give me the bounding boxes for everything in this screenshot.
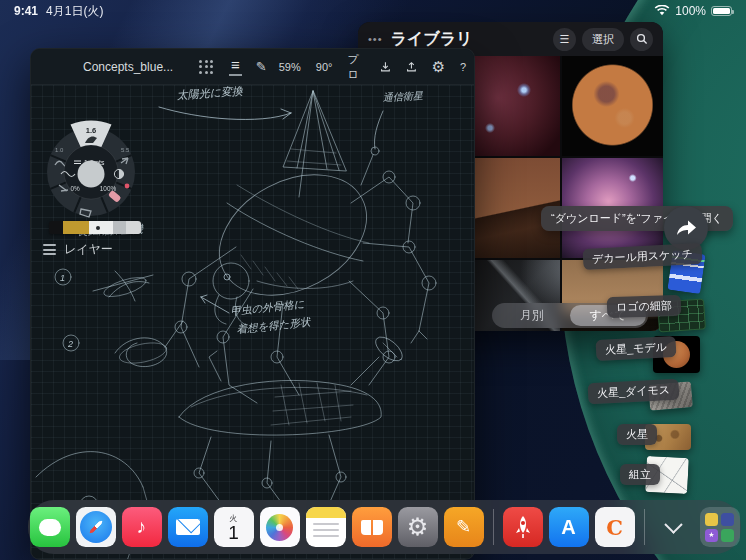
- sketch-pen-app-icon[interactable]: ✎: [444, 507, 484, 547]
- select-button[interactable]: 選択: [582, 28, 624, 51]
- rocket-icon: [512, 515, 534, 539]
- envelope-icon: [176, 519, 200, 535]
- compass-icon: [80, 511, 112, 543]
- color-palette-bar[interactable]: [49, 221, 141, 234]
- notes-lines: [306, 518, 346, 542]
- notes-header-stripe: [306, 507, 346, 518]
- eraser-accent-dot: [125, 184, 130, 189]
- open-book-icon: [361, 520, 383, 535]
- status-bar: 9:41 4月1日(火) 100%: [0, 0, 746, 22]
- dock: ♪ 火 1 ⚙ ✎ A C ★: [28, 500, 741, 554]
- drag-item-label[interactable]: 火星: [617, 424, 657, 445]
- drawing-canvas[interactable]: 太陽光に変換 通信衛星 長距離探査機 甲虫の外骨格に 着想を得た形状 1 2: [31, 85, 475, 560]
- drag-item-label[interactable]: 火星_モデル: [596, 336, 677, 361]
- rocket-app-icon[interactable]: [503, 507, 543, 547]
- wifi-icon: [654, 5, 670, 17]
- pen-nib-icon[interactable]: ✎: [256, 59, 267, 74]
- help-icon[interactable]: ?: [460, 61, 466, 73]
- opacity-max-label: 100%: [100, 185, 117, 192]
- speech-bubble-icon: [39, 519, 61, 536]
- palette-swatch-white-selected[interactable]: [89, 221, 113, 234]
- annotation-marker-1: 1: [60, 273, 65, 283]
- chevron-down-icon[interactable]: [654, 507, 694, 547]
- palette-swatch-gray[interactable]: [113, 221, 126, 234]
- notes-app-icon[interactable]: [306, 507, 346, 547]
- mail-app-icon[interactable]: [168, 507, 208, 547]
- opacity-min-label: 0%: [70, 185, 80, 192]
- music-note-icon: ♪: [137, 516, 147, 538]
- segment-monthly[interactable]: 月別: [494, 305, 570, 326]
- settings-gear-icon[interactable]: ⚙: [432, 58, 445, 76]
- annotation-beetle-2: 着想を得た形状: [236, 315, 312, 335]
- palette-swatch-gold[interactable]: [63, 221, 89, 234]
- battery-icon: [711, 6, 732, 16]
- import-icon[interactable]: [380, 60, 391, 74]
- flower-icon: [266, 514, 293, 541]
- menu-lines-icon[interactable]: ≡: [229, 58, 242, 76]
- annotation-satellite: 通信衛星: [383, 90, 425, 103]
- drag-item-label[interactable]: 組立: [620, 464, 660, 485]
- palette-swatch-lightgray[interactable]: [126, 221, 141, 234]
- concepts-toolbar: Concepts_blue... ≡ ✎ 59% 90° プロ ⚙ ?: [31, 49, 474, 85]
- annotation-beetle-1: 甲虫の外骨格に: [230, 297, 305, 317]
- search-icon[interactable]: [630, 28, 653, 51]
- concepts-app-window[interactable]: Concepts_blue... ≡ ✎ 59% 90° プロ ⚙ ?: [30, 48, 475, 560]
- photos-title: ライブラリ: [391, 29, 473, 50]
- layers-icon: [43, 244, 56, 255]
- concepts-c-icon: C: [606, 515, 623, 540]
- battery-percent: 100%: [675, 4, 706, 18]
- appstore-a-icon: A: [561, 516, 575, 539]
- right-tool-size: 5.5: [121, 147, 130, 153]
- app-library-icon[interactable]: ★: [700, 507, 740, 547]
- document-title[interactable]: Concepts_blue...: [83, 60, 173, 74]
- left-tool-size: 1.0: [55, 147, 64, 153]
- dot-grid-icon[interactable]: [199, 60, 213, 74]
- photo-thumbnail-mars-globe[interactable]: [562, 56, 663, 156]
- pen-icon: ✎: [456, 516, 471, 538]
- settings-app-icon[interactable]: ⚙: [398, 507, 438, 547]
- concepts-app-icon[interactable]: C: [595, 507, 635, 547]
- gear-icon: ⚙: [407, 513, 429, 541]
- app-library-grid: ★: [705, 513, 734, 542]
- photo-thumbnail-horsehead-nebula[interactable]: [460, 56, 560, 156]
- rotation-value[interactable]: 90°: [316, 61, 333, 73]
- export-share-icon[interactable]: [406, 60, 417, 74]
- annotation-solar: 太陽光に変換: [176, 85, 244, 101]
- wheel-center-knob[interactable]: [78, 161, 105, 188]
- app-store-app-icon[interactable]: A: [549, 507, 589, 547]
- messages-app-icon[interactable]: [30, 507, 70, 547]
- ipad-screen: 9:41 4月1日(火) 100% ••• ライブラリ ☰ 選択: [0, 0, 746, 560]
- dock-divider: [644, 509, 645, 545]
- calendar-day: 1: [228, 523, 239, 543]
- active-tool-size: 1.6: [86, 126, 96, 135]
- date: 4月1日(火): [46, 3, 103, 20]
- clock: 9:41: [14, 4, 38, 18]
- drag-item-label[interactable]: ロゴの細部: [607, 295, 681, 319]
- calendar-app-icon[interactable]: 火 1: [214, 507, 254, 547]
- window-controls-button[interactable]: •••: [368, 33, 383, 45]
- palette-swatch-black[interactable]: [49, 221, 63, 234]
- photos-app-icon[interactable]: [260, 507, 300, 547]
- pro-button[interactable]: プロ: [347, 52, 365, 82]
- books-app-icon[interactable]: [352, 507, 392, 547]
- zoom-level[interactable]: 59%: [279, 61, 301, 73]
- filter-lines-icon[interactable]: ☰: [553, 28, 576, 51]
- layers-button[interactable]: レイヤー: [43, 241, 113, 258]
- layers-label: レイヤー: [64, 241, 113, 258]
- app-grid-icon[interactable]: [43, 60, 59, 74]
- music-app-icon[interactable]: ♪: [122, 507, 162, 547]
- dock-divider: [493, 509, 494, 545]
- safari-app-icon[interactable]: [76, 507, 116, 547]
- annotation-marker-2: 2: [67, 339, 73, 349]
- tool-wheel[interactable]: 1.6 1.0 5.5 6.9 1.6 pts 0%: [37, 117, 149, 235]
